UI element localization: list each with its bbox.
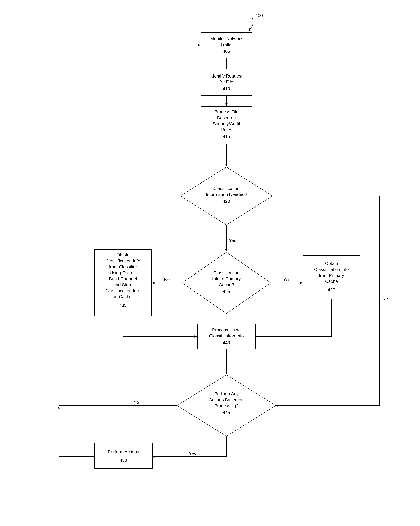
svg-text:Rules: Rules xyxy=(221,127,232,132)
node-430: Obtain Classification Info from Primary … xyxy=(303,256,360,299)
edge-450-return xyxy=(59,406,95,457)
svg-text:Process File: Process File xyxy=(214,109,238,114)
node-425: Classification Info in Primary Cache? 42… xyxy=(182,252,271,314)
label-no-445: No xyxy=(133,400,139,405)
svg-text:Band Channel: Band Channel xyxy=(109,276,137,281)
svg-text:Classification Info: Classification Info xyxy=(106,258,140,263)
svg-text:450: 450 xyxy=(120,458,127,463)
svg-text:Identify Request: Identify Request xyxy=(210,73,243,79)
edge-430-440 xyxy=(256,299,332,336)
node-410: Identify Request for File 410 xyxy=(201,70,252,95)
svg-text:Actions Based on: Actions Based on xyxy=(209,397,244,402)
figure-ref: 400 xyxy=(249,13,263,31)
svg-text:440: 440 xyxy=(223,340,230,345)
svg-text:Information Needed?: Information Needed? xyxy=(206,192,247,197)
label-yes-425: Yes xyxy=(283,277,291,282)
svg-text:Based on: Based on xyxy=(217,115,236,120)
svg-text:410: 410 xyxy=(223,86,230,91)
svg-text:Obtain: Obtain xyxy=(117,252,129,257)
svg-text:425: 425 xyxy=(223,289,230,294)
svg-text:Classification: Classification xyxy=(213,186,239,191)
svg-text:Process Using: Process Using xyxy=(212,327,241,333)
svg-text:445: 445 xyxy=(223,410,230,415)
svg-rect-48 xyxy=(95,443,152,469)
svg-text:420: 420 xyxy=(223,199,230,204)
node-440: Process Using Classification Info 440 xyxy=(197,324,255,349)
svg-text:Monitor Network: Monitor Network xyxy=(210,36,243,41)
edge-435-440 xyxy=(123,316,197,336)
svg-text:435: 435 xyxy=(119,303,127,308)
edge-420-no xyxy=(272,196,380,405)
svg-text:Cache?: Cache? xyxy=(219,282,234,287)
svg-text:Classification Info: Classification Info xyxy=(106,288,140,293)
node-445: Perform Any Actions Based on Processing?… xyxy=(177,375,276,436)
node-450: Perform Actions 450 xyxy=(95,443,152,469)
svg-text:in Cache: in Cache xyxy=(114,294,132,299)
svg-text:Classification: Classification xyxy=(213,270,239,275)
svg-text:Processing?: Processing? xyxy=(214,403,238,408)
node-405: Monitor Network Traffic 405 xyxy=(201,32,252,58)
node-420: Classification Information Needed? 420 xyxy=(180,167,272,225)
node-435: Obtain Classification Info from Classifi… xyxy=(95,250,152,316)
svg-text:Cache: Cache xyxy=(325,279,338,284)
svg-text:for File: for File xyxy=(220,79,233,84)
svg-text:Classification Info: Classification Info xyxy=(314,267,349,272)
svg-text:430: 430 xyxy=(328,287,335,292)
label-no-420: No xyxy=(382,296,388,301)
edge-445-no xyxy=(59,45,200,405)
svg-text:Classification Info: Classification Info xyxy=(209,333,244,338)
svg-text:405: 405 xyxy=(223,49,230,54)
label-no-425: No xyxy=(164,277,170,282)
svg-text:Traffic: Traffic xyxy=(220,42,233,47)
svg-text:Security/Audit: Security/Audit xyxy=(213,121,240,126)
svg-text:415: 415 xyxy=(223,134,230,139)
svg-text:from Classifier: from Classifier xyxy=(109,264,137,269)
label-yes-420: Yes xyxy=(229,238,236,243)
svg-text:from Primary: from Primary xyxy=(319,273,344,278)
svg-text:Using Out-of-: Using Out-of- xyxy=(110,270,136,275)
svg-text:and Store: and Store xyxy=(113,282,133,287)
node-415: Process File Based on Security/Audit Rul… xyxy=(201,107,252,144)
svg-text:Perform Actions: Perform Actions xyxy=(108,449,139,454)
svg-text:Info in Primary: Info in Primary xyxy=(212,276,241,281)
label-yes-445: Yes xyxy=(189,451,196,456)
svg-text:Perform Any: Perform Any xyxy=(214,391,238,396)
svg-text:Obtain: Obtain xyxy=(325,261,338,266)
figure-ref-text: 400 xyxy=(255,13,263,18)
